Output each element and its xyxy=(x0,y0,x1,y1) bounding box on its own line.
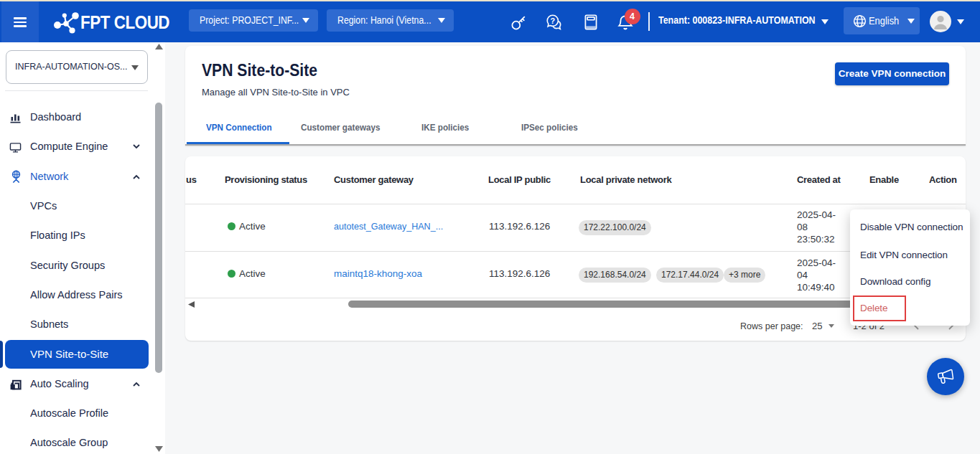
svg-text:?: ? xyxy=(551,16,556,25)
